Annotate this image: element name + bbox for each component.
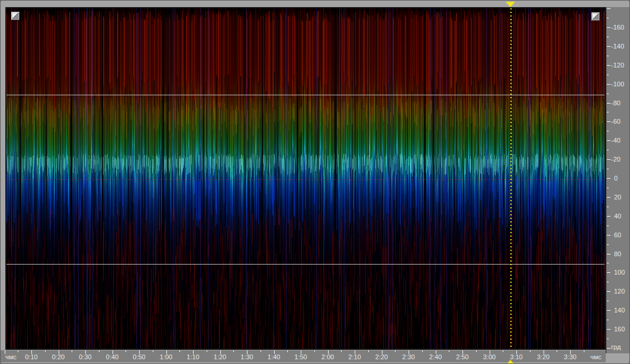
degree-tick	[607, 103, 610, 104]
degree-tick	[607, 320, 609, 320]
degrees-unit-label: грд	[611, 343, 621, 350]
time-label: 2:40	[423, 353, 449, 360]
time-tick	[368, 350, 369, 352]
time-label: 2:30	[396, 353, 422, 360]
top-frame-strip	[1, 1, 630, 7]
degree-tick	[607, 301, 609, 301]
time-label: 1:20	[207, 353, 233, 360]
corner-zoom-button-left[interactable]	[11, 12, 20, 20]
time-label: 0:50	[126, 353, 152, 360]
time-tick	[5, 350, 5, 354]
degree-label: 80	[614, 250, 621, 257]
time-tick	[341, 350, 342, 352]
degree-tick	[607, 56, 609, 56]
degree-label: -60	[611, 118, 621, 125]
degree-tick	[607, 27, 610, 28]
degree-tick	[607, 84, 610, 85]
time-unit-left: чмс	[5, 353, 17, 360]
degree-tick	[607, 75, 609, 75]
degree-tick	[607, 8, 610, 9]
degree-tick	[607, 226, 609, 226]
time-label: 3:20	[531, 353, 557, 360]
time-label: 0:30	[72, 353, 98, 360]
degree-label: -120	[611, 62, 624, 69]
degree-tick	[607, 254, 610, 255]
degree-label: 40	[614, 212, 621, 220]
degree-tick	[607, 216, 610, 217]
time-tick	[233, 350, 234, 352]
degree-label: -140	[611, 43, 624, 50]
time-tick	[476, 350, 477, 352]
time-label: 0:10	[18, 353, 44, 360]
time-label: 3:30	[557, 353, 583, 360]
corner-zoom-button-right[interactable]	[592, 12, 600, 21]
degree-label: -160	[611, 24, 624, 31]
phase-gridline	[7, 264, 605, 265]
degree-label: 160	[614, 326, 625, 333]
time-tick	[287, 350, 288, 352]
degree-tick	[607, 197, 610, 198]
time-tick	[153, 350, 153, 352]
time-tick	[530, 350, 531, 352]
degree-tick	[607, 188, 609, 188]
diagonal-triangle-icon	[12, 13, 18, 19]
time-tick	[314, 350, 315, 352]
degree-tick	[607, 65, 610, 66]
time-label: 1:40	[261, 353, 287, 360]
left-frame-strip	[1, 7, 5, 350]
degree-label: 120	[614, 288, 625, 295]
degree-label: 100	[614, 269, 625, 276]
time-tick	[18, 350, 18, 352]
diagonal-triangle-icon	[593, 14, 599, 20]
degree-tick	[607, 94, 609, 94]
degree-label: -100	[611, 80, 624, 88]
time-label: 1:30	[234, 353, 260, 360]
phase-analysis-panel: грд -160-140-120-100-80-60-40-2002040608…	[0, 0, 630, 364]
time-tick	[449, 350, 449, 352]
time-tick	[422, 350, 423, 352]
time-tick	[72, 350, 72, 352]
time-label: 1:10	[180, 353, 206, 360]
time-label: 3:00	[477, 353, 503, 360]
time-tick	[45, 350, 46, 352]
degrees-ruler[interactable]: грд -160-140-120-100-80-60-40-2002040608…	[606, 7, 630, 353]
degree-tick	[607, 121, 610, 122]
phase-gridline	[7, 95, 605, 95]
degree-tick	[607, 235, 610, 236]
time-unit-right: чмс	[590, 353, 602, 360]
time-tick	[261, 350, 261, 352]
time-label: 0:40	[99, 353, 126, 360]
time-label: 2:20	[369, 353, 395, 360]
phase-display[interactable]	[5, 7, 606, 350]
time-tick	[179, 350, 180, 352]
time-label: 2:00	[315, 353, 341, 360]
degree-label: 0	[614, 175, 618, 182]
degree-tick	[607, 282, 609, 282]
time-tick	[99, 350, 99, 352]
phase-spectrogram-canvas[interactable]	[7, 8, 605, 349]
playhead-marker-top[interactable]	[506, 2, 515, 7]
degree-tick	[607, 272, 610, 273]
time-tick	[557, 350, 557, 352]
degree-tick	[607, 244, 609, 245]
time-label: 1:50	[288, 353, 314, 360]
degree-tick	[607, 207, 609, 207]
playhead-line[interactable]	[510, 8, 512, 349]
zero-degree-line	[7, 179, 605, 180]
degree-label: -40	[611, 137, 621, 144]
degree-label: 20	[614, 194, 621, 201]
degree-label: 140	[614, 307, 625, 314]
time-tick	[395, 350, 396, 352]
degree-label: -80	[611, 99, 621, 107]
time-tick	[584, 350, 584, 352]
degree-tick	[607, 150, 609, 150]
degree-tick	[607, 131, 609, 131]
degree-tick	[607, 37, 609, 37]
degree-label: 60	[614, 231, 621, 239]
degree-tick	[607, 339, 609, 339]
time-label: 1:00	[153, 353, 179, 360]
degree-tick	[607, 159, 610, 160]
degree-tick	[607, 310, 610, 311]
playhead-marker-bottom[interactable]	[506, 360, 515, 364]
degree-tick	[607, 348, 610, 349]
